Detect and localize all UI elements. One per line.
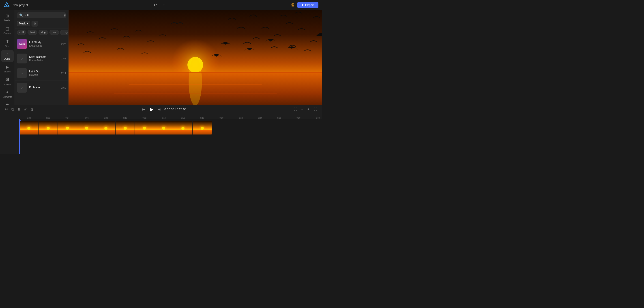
sidebar-item-media[interactable]: ⊞ Media [1, 12, 14, 24]
filter-options-button[interactable]: ⚙ [32, 21, 38, 27]
track-item-lofi-study[interactable]: FASS Lofi Study FASSounds 2:27 [15, 37, 68, 51]
search-icon: 🔍 [19, 14, 23, 17]
elements-icon: ✦ [6, 90, 9, 95]
track-item-let-it-go[interactable]: ♪ Let It Go ItsWatR 2:14 [15, 66, 68, 81]
ruler-label-13: 0:26 [277, 117, 281, 119]
ruler-mark-11: 0:22 [231, 117, 250, 119]
tag-cool[interactable]: cool [50, 30, 59, 35]
panel-area: 🔍 × Music ▾ ⚙ chill beat [15, 10, 68, 105]
ruler-mark-4: 0:08 [96, 117, 116, 119]
track-info-embrace: Embrace [29, 86, 59, 89]
track-frame-7 [135, 121, 154, 135]
sidebar-label-text: Text [5, 45, 9, 48]
svg-marker-0 [4, 3, 9, 7]
sidebar-item-record[interactable]: ⏺ Record [1, 101, 14, 105]
fullscreen-button[interactable]: ⛶ [312, 107, 318, 112]
zoom-in-icon: + [308, 107, 310, 111]
track-name-let-it-go: Let It Go [29, 70, 59, 73]
sidebar-label-media: Media [4, 19, 10, 22]
ruler-marks: 0:00 0:02 0:04 0:06 0:08 0:10 0:12 0:14 [19, 114, 322, 119]
cut-button[interactable]: ✂ [4, 106, 9, 112]
svg-point-1 [6, 5, 8, 6]
track-thumb-let-it-go: ♪ [17, 68, 27, 78]
track-info-spirit-blossom: Spirit Blossom RomanBelov [29, 55, 59, 62]
fit-button[interactable]: ⛶ [292, 107, 298, 112]
sidebar-item-text[interactable]: T Text [1, 37, 14, 49]
clear-button[interactable]: × [64, 14, 66, 17]
ruler-label-0: 0:00 [27, 117, 31, 119]
playhead[interactable] [19, 119, 20, 154]
redo-button[interactable]: ↪ [160, 2, 166, 8]
tag-cozy[interactable]: cozy [60, 30, 68, 35]
ruler-label-4: 0:08 [104, 117, 108, 119]
play-button[interactable]: ▶ [149, 106, 154, 113]
sidebar-label-canvas: Canvas [4, 32, 11, 35]
track-frame-6 [116, 121, 135, 135]
tags-row: chill beat vlog cool cozy fashion ▶ [15, 30, 68, 37]
search-input[interactable] [25, 14, 62, 17]
svg-point-6 [188, 57, 202, 105]
ruler-label-6: 0:12 [142, 117, 146, 119]
clear-icon: × [64, 14, 66, 17]
track-name-spirit-blossom: Spirit Blossom [29, 55, 59, 59]
ruler-mark-3: 0:06 [77, 117, 96, 119]
video-track[interactable] [19, 121, 212, 135]
zoom-in-button[interactable]: + [306, 107, 311, 112]
chevron-down-icon: ▾ [27, 22, 28, 25]
ruler-mark-5: 0:10 [116, 117, 135, 119]
undo-button[interactable]: ↩ [152, 2, 158, 8]
tag-beat[interactable]: beat [28, 30, 37, 35]
rewind-button[interactable]: ⏮ [141, 107, 147, 112]
export-button[interactable]: ⬆ Export [297, 2, 318, 8]
track-item-spirit-blossom[interactable]: ♪ Spirit Blossom RomanBelov 1:48 [15, 51, 68, 66]
sidebar-item-videos[interactable]: ▶ Videos [1, 63, 14, 75]
ruler-mark-2: 0:04 [58, 117, 77, 119]
ruler-mark-10: 0:20 [212, 117, 231, 119]
timeline-toolbar: ✂ ⧉ ⇅ ⤢ 🗑 ⏮ ▶ ⏭ [0, 105, 322, 114]
ruler-mark-7: 0:14 [154, 117, 173, 119]
search-panel: 🔍 × Music ▾ ⚙ [15, 10, 68, 28]
ruler-label-9: 0:18 [200, 117, 204, 119]
svg-rect-7 [68, 72, 322, 73]
sidebar-item-images[interactable]: 🖼 Images [1, 76, 14, 87]
music-filter-label: Music [19, 22, 26, 25]
sidebar-item-elements[interactable]: ✦ Elements [1, 88, 14, 100]
music-filter-select[interactable]: Music ▾ [17, 21, 30, 26]
search-row: 🔍 × [17, 12, 66, 18]
track-artist-let-it-go: ItsWatR [29, 74, 59, 76]
filter-icon: ⚙ [33, 22, 36, 25]
track-info-lofi-study: Lofi Study FASSounds [29, 41, 59, 47]
track-frame-2 [38, 121, 58, 135]
delete-icon: 🗑 [30, 107, 34, 111]
track-thumb-embrace: ♪ [17, 83, 27, 93]
tag-chill[interactable]: chill [17, 30, 26, 35]
crown-icon: ♛ [291, 2, 295, 8]
audio-icon: ♪ [6, 52, 8, 57]
delete-button[interactable]: 🗑 [29, 107, 36, 112]
zoom-out-icon: − [301, 107, 303, 111]
tracks-content[interactable] [19, 119, 322, 154]
topbar-right: ♛ ⬆ Export [291, 2, 318, 8]
sidebar-item-canvas[interactable]: ◫ Canvas [1, 25, 14, 36]
main-layout: ⊞ Media ◫ Canvas T Text ♪ Audio ▶ Videos… [0, 10, 322, 105]
track-name-embrace: Embrace [29, 86, 59, 89]
track-item-embrace[interactable]: ♪ Embrace 2:50 [15, 81, 68, 95]
track-thumb-spirit-blossom: ♪ [17, 54, 27, 64]
transform-button[interactable]: ⤢ [22, 106, 28, 112]
track-frame-1 [19, 121, 38, 135]
cut-icon: ✂ [5, 107, 8, 111]
sidebar-label-videos: Videos [4, 70, 10, 73]
skip-forward-button[interactable]: ⏭ [157, 107, 162, 112]
ruler-mark-14: 0:28 [289, 117, 308, 119]
toolbar-zoom-controls: ⛶ − + ⛶ [292, 107, 318, 112]
zoom-out-button[interactable]: − [300, 107, 304, 112]
flip-button[interactable]: ⇅ [16, 106, 22, 112]
redo-icon: ↪ [162, 3, 165, 8]
tag-vlog[interactable]: vlog [38, 30, 48, 35]
track-name-lofi-study: Lofi Study [29, 41, 59, 44]
music-note-icon: ♪ [21, 57, 23, 61]
ruler-label-10: 0:20 [220, 117, 224, 119]
sidebar-item-audio[interactable]: ♪ Audio [1, 50, 14, 62]
rewind-icon: ⏮ [142, 107, 146, 111]
copy-button[interactable]: ⧉ [10, 107, 15, 112]
